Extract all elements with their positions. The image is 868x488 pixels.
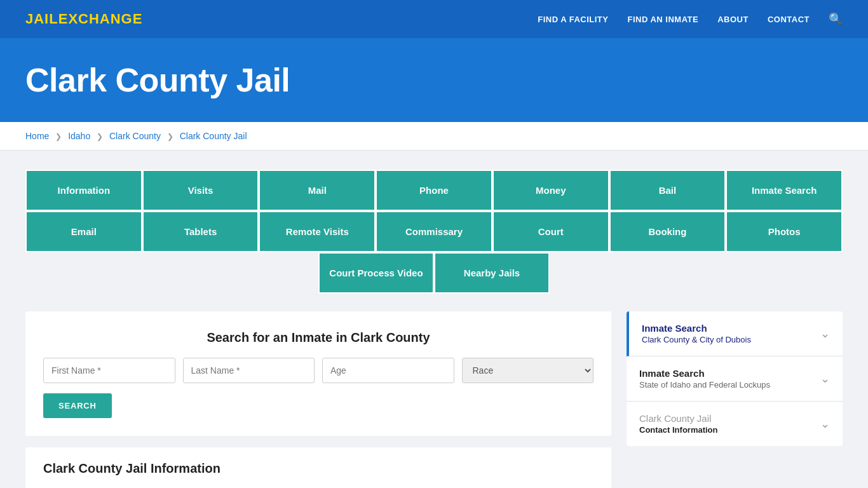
- breadcrumb-sep-3: ❯: [167, 132, 173, 141]
- sidebar-sub-1: Clark County & City of Dubois: [642, 335, 751, 344]
- btn-court-process-video[interactable]: Court Process Video: [318, 252, 434, 294]
- sidebar-sub-2: State of Idaho and Federal Lockups: [639, 380, 770, 390]
- site-logo[interactable]: JAILEXCHANGE: [25, 11, 142, 27]
- btn-money[interactable]: Money: [492, 170, 609, 211]
- search-heading: Search for an Inmate in Clark County: [43, 330, 593, 345]
- sidebar-item-inmate-search-idaho[interactable]: Inmate Search State of Idaho and Federal…: [627, 356, 843, 402]
- chevron-icon-2: ⌄: [820, 372, 830, 386]
- grid-row-3: Court Process Video Nearby Jails: [25, 252, 843, 294]
- age-input[interactable]: [322, 358, 454, 383]
- btn-tablets[interactable]: Tablets: [142, 211, 259, 252]
- jail-info-section: Clark County Jail Information: [25, 447, 611, 488]
- lower-section: Search for an Inmate in Clark County Rac…: [25, 311, 843, 488]
- chevron-icon-1: ⌄: [820, 327, 830, 341]
- page-body: Information Visits Mail Phone Money Bail…: [0, 151, 868, 488]
- btn-court[interactable]: Court: [492, 211, 609, 252]
- jail-info-heading: Clark County Jail Information: [43, 461, 593, 476]
- logo-highlight: E: [58, 11, 69, 27]
- btn-booking[interactable]: Booking: [609, 211, 726, 252]
- hero-section: Clark County Jail: [0, 38, 868, 122]
- nav-search-icon[interactable]: 🔍: [829, 12, 843, 26]
- breadcrumb-sep-2: ❯: [97, 132, 103, 141]
- btn-nearby-jails[interactable]: Nearby Jails: [434, 252, 550, 294]
- breadcrumb-idaho[interactable]: Idaho: [68, 131, 90, 141]
- inmate-search-box: Search for an Inmate in Clark County Rac…: [25, 311, 611, 436]
- btn-photos[interactable]: Photos: [726, 211, 843, 252]
- nav-find-facility[interactable]: FIND A FACILITY: [538, 15, 608, 24]
- first-name-input[interactable]: [43, 358, 175, 383]
- sidebar-title-1: Inmate Search: [642, 323, 751, 334]
- btn-commissary[interactable]: Commissary: [376, 211, 492, 252]
- nav-about[interactable]: ABOUT: [717, 15, 749, 24]
- breadcrumb-home[interactable]: Home: [25, 131, 49, 141]
- btn-visits[interactable]: Visits: [142, 170, 259, 211]
- sidebar: Inmate Search Clark County & City of Dub…: [627, 311, 843, 446]
- btn-bail[interactable]: Bail: [609, 170, 726, 211]
- search-button[interactable]: SEARCH: [43, 393, 112, 418]
- btn-mail[interactable]: Mail: [259, 170, 376, 211]
- main-column: Search for an Inmate in Clark County Rac…: [25, 311, 611, 488]
- breadcrumb-sep-1: ❯: [55, 132, 62, 141]
- nav-find-inmate[interactable]: FIND AN INMATE: [627, 15, 698, 24]
- sidebar-sub-3: Contact Information: [639, 425, 718, 435]
- race-select[interactable]: Race White Black Hispanic Asian Other: [462, 358, 594, 383]
- sidebar-card: Inmate Search Clark County & City of Dub…: [627, 311, 843, 446]
- last-name-input[interactable]: [183, 358, 315, 383]
- btn-information[interactable]: Information: [25, 170, 142, 211]
- btn-inmate-search[interactable]: Inmate Search: [726, 170, 843, 211]
- breadcrumb-current: Clark County Jail: [180, 131, 247, 141]
- btn-remote-visits[interactable]: Remote Visits: [259, 211, 376, 252]
- search-fields: Race White Black Hispanic Asian Other: [43, 358, 593, 383]
- btn-email[interactable]: Email: [25, 211, 142, 252]
- grid-row-1: Information Visits Mail Phone Money Bail…: [25, 170, 843, 211]
- nav-links: FIND A FACILITY FIND AN INMATE ABOUT CON…: [538, 12, 843, 26]
- chevron-icon-3: ⌄: [820, 417, 830, 431]
- main-nav: JAILEXCHANGE FIND A FACILITY FIND AN INM…: [0, 0, 868, 38]
- logo-text-xchange: XCHANGE: [68, 11, 142, 27]
- sidebar-title-2: Inmate Search: [639, 368, 770, 379]
- breadcrumb: Home ❯ Idaho ❯ Clark County ❯ Clark Coun…: [0, 122, 868, 151]
- breadcrumb-clark-county[interactable]: Clark County: [109, 131, 161, 141]
- sidebar-item-contact-info[interactable]: Clark County Jail Contact Information ⌄: [627, 402, 843, 446]
- sidebar-item-inmate-search-clark[interactable]: Inmate Search Clark County & City of Dub…: [627, 311, 843, 356]
- page-title: Clark County Jail: [25, 61, 843, 99]
- nav-contact[interactable]: CONTACT: [768, 15, 810, 24]
- logo-text-jail: JAIL: [25, 11, 58, 27]
- category-grid: Information Visits Mail Phone Money Bail…: [25, 170, 843, 294]
- btn-phone[interactable]: Phone: [376, 170, 492, 211]
- sidebar-title-3: Clark County Jail: [639, 413, 718, 424]
- grid-row-2: Email Tablets Remote Visits Commissary C…: [25, 211, 843, 252]
